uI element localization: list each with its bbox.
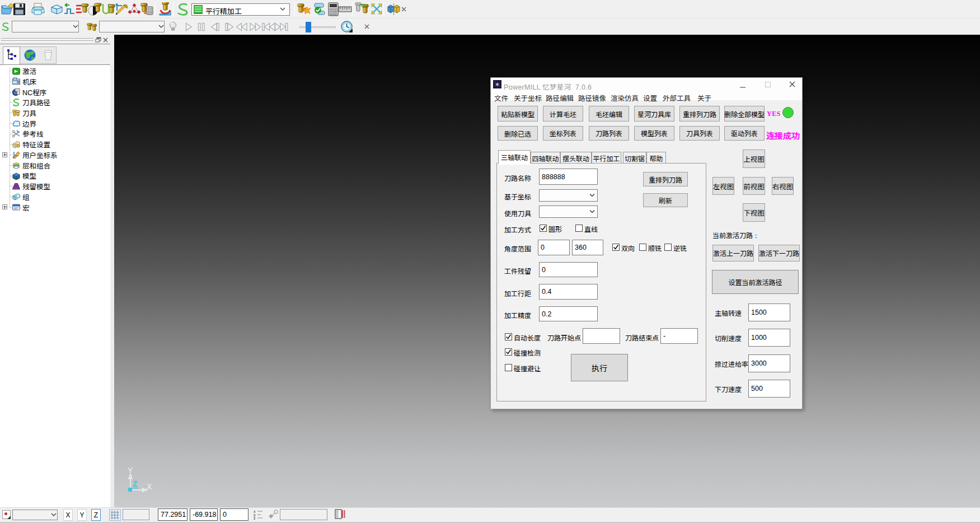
svg-text:Y: Y — [128, 466, 133, 475]
svg-text:z: z — [254, 516, 256, 520]
svg-text:X: X — [147, 482, 152, 491]
svg-text:Z: Z — [133, 479, 138, 488]
